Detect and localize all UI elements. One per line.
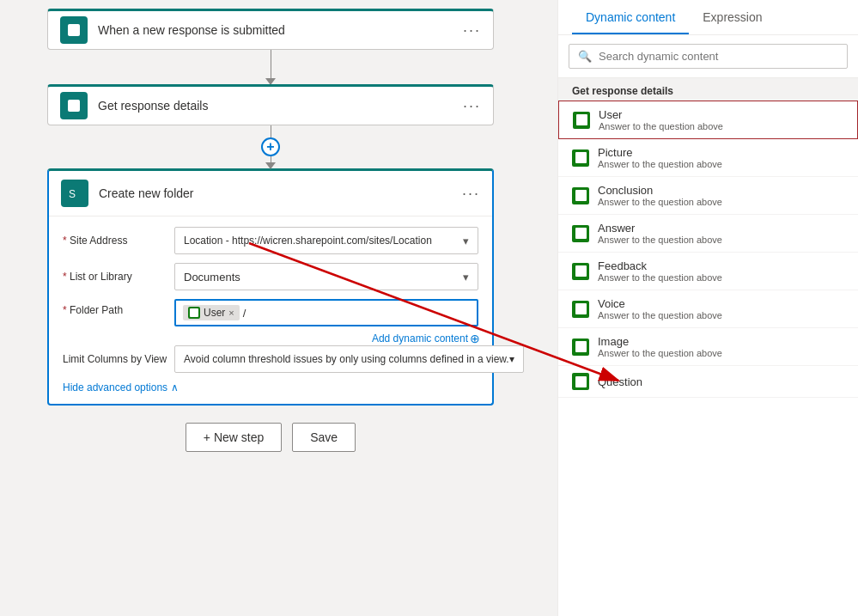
dynamic-item-conclusion-name: Conclusion	[598, 184, 722, 197]
dynamic-item-answer-desc: Answer to the question above	[598, 235, 722, 245]
dynamic-panel-tabs: Dynamic content Expression	[558, 0, 858, 35]
dynamic-item-answer-name: Answer	[598, 222, 722, 235]
tag-chip-icon	[188, 307, 200, 319]
search-icon: 🔍	[578, 50, 592, 63]
dynamic-item-question-icon	[572, 373, 589, 390]
tab-dynamic-content[interactable]: Dynamic content	[572, 0, 689, 34]
trigger-card-title: When a new response is submitted	[98, 23, 463, 37]
dynamic-item-image-text: Image Answer to the question above	[598, 335, 722, 358]
dynamic-item-image-desc: Answer to the question above	[598, 348, 722, 358]
dynamic-item-picture-name: Picture	[598, 146, 722, 159]
dynamic-item-voice-text: Voice Answer to the question above	[598, 297, 722, 320]
tab-expression[interactable]: Expression	[689, 0, 776, 34]
create-folder-icon: S	[61, 180, 88, 207]
response-card-more[interactable]: ···	[463, 97, 481, 115]
main-canvas: When a new response is submitted ··· Get…	[0, 0, 858, 616]
trigger-card-more[interactable]: ···	[463, 21, 481, 40]
list-library-value: Documents	[184, 271, 240, 284]
response-card: Get response details ···	[47, 84, 494, 125]
dynamic-item-picture-icon	[572, 149, 589, 167]
folder-path-input[interactable]: User × /	[174, 299, 478, 326]
dynamic-item-conclusion-icon	[572, 187, 589, 204]
trigger-card: When a new response is submitted ···	[47, 9, 494, 50]
dynamic-item-answer-text: Answer Answer to the question above	[598, 222, 722, 245]
dynamic-item-user-icon	[573, 112, 590, 129]
list-library-chevron-icon: ▾	[463, 271, 469, 284]
site-address-row: Site Address Location - https://wicren.s…	[63, 227, 478, 254]
create-folder-body: Site Address Location - https://wicren.s…	[49, 217, 492, 404]
add-step-button[interactable]: +	[261, 137, 280, 156]
search-box: 🔍	[569, 44, 848, 69]
dynamic-item-image-icon	[572, 338, 589, 356]
dynamic-item-picture[interactable]: Picture Answer to the question above	[558, 139, 858, 177]
hide-advanced-link[interactable]: Hide advanced options ∧	[63, 381, 478, 393]
create-folder-more[interactable]: ···	[462, 185, 480, 203]
new-step-button[interactable]: + New step	[186, 423, 282, 452]
dynamic-item-conclusion[interactable]: Conclusion Answer to the question above	[558, 177, 858, 215]
svg-rect-5	[575, 152, 587, 163]
svg-rect-0	[68, 24, 80, 36]
arrow-with-plus: +	[271, 125, 271, 168]
dynamic-search-area: 🔍	[558, 35, 858, 78]
add-dynamic-link[interactable]: Add dynamic content ⊕	[372, 332, 480, 345]
dynamic-content-panel: Dynamic content Expression 🔍 Get respons…	[557, 0, 858, 616]
dynamic-item-image-name: Image	[598, 335, 722, 348]
limit-columns-row: Limit Columns by View Avoid column thres…	[63, 345, 478, 373]
list-library-dropdown[interactable]: Documents ▾	[174, 263, 478, 290]
dynamic-item-feedback-text: Feedback Answer to the question above	[598, 259, 722, 283]
dynamic-item-image[interactable]: Image Answer to the question above	[558, 328, 858, 366]
hide-advanced-label: Hide advanced options	[63, 381, 167, 393]
dynamic-item-conclusion-desc: Answer to the question above	[598, 197, 722, 207]
dynamic-item-feedback[interactable]: Feedback Answer to the question above	[558, 253, 858, 290]
svg-rect-6	[575, 190, 587, 201]
dynamic-item-question-text: Question	[598, 375, 642, 388]
svg-rect-11	[575, 376, 587, 387]
create-folder-title: Create new folder	[99, 186, 462, 200]
limit-columns-value: Avoid column threshold issues by only us…	[184, 353, 509, 365]
dynamic-item-voice[interactable]: Voice Answer to the question above	[558, 290, 858, 328]
dynamic-item-picture-desc: Answer to the question above	[598, 159, 722, 169]
folder-path-container: User × / Add dynamic content ⊕	[174, 299, 478, 326]
svg-rect-9	[575, 303, 587, 314]
dynamic-item-picture-text: Picture Answer to the question above	[598, 146, 722, 169]
dynamic-item-question[interactable]: Question	[558, 366, 858, 398]
search-input[interactable]	[599, 50, 838, 63]
arrow-connector-1	[271, 50, 271, 84]
dynamic-item-voice-icon	[572, 301, 589, 318]
add-dynamic-plus-icon: ⊕	[470, 332, 480, 345]
save-button[interactable]: Save	[292, 423, 356, 452]
list-library-label: List or Library	[63, 271, 174, 283]
site-address-dropdown[interactable]: Location - https://wicren.sharepoint.com…	[174, 227, 478, 254]
create-folder-header: S Create new folder ···	[49, 171, 492, 217]
svg-rect-1	[68, 100, 80, 112]
response-card-title: Get response details	[98, 99, 463, 113]
dynamic-item-user[interactable]: User Answer to the question above	[558, 101, 858, 139]
dynamic-item-question-name: Question	[598, 375, 642, 388]
add-dynamic-label: Add dynamic content	[372, 332, 468, 345]
svg-rect-3	[190, 308, 198, 317]
limit-columns-dropdown[interactable]: Avoid column threshold issues by only us…	[174, 345, 524, 373]
dynamic-item-user-name: User	[599, 108, 723, 121]
dynamic-item-answer[interactable]: Answer Answer to the question above	[558, 215, 858, 253]
folder-path-cursor-text: /	[243, 307, 246, 320]
hide-advanced-chevron-icon: ∧	[171, 381, 179, 393]
dynamic-items-list: Get response details User Answer to the …	[558, 78, 858, 616]
list-library-row: List or Library Documents ▾	[63, 263, 478, 290]
site-address-value: Location - https://wicren.sharepoint.com…	[184, 235, 432, 247]
flow-area: When a new response is submitted ··· Get…	[0, 0, 541, 616]
tag-chip-remove[interactable]: ×	[228, 308, 234, 318]
svg-rect-7	[575, 228, 587, 239]
folder-path-label: Folder Path	[63, 299, 174, 316]
limit-columns-label: Limit Columns by View	[63, 353, 174, 365]
svg-rect-8	[575, 265, 587, 277]
trigger-card-icon	[60, 16, 88, 44]
dynamic-item-conclusion-text: Conclusion Answer to the question above	[598, 184, 722, 207]
dynamic-item-feedback-icon	[572, 263, 589, 280]
dynamic-item-feedback-desc: Answer to the question above	[598, 272, 722, 283]
dynamic-item-feedback-name: Feedback	[598, 259, 722, 272]
dynamic-item-voice-name: Voice	[598, 297, 722, 310]
svg-rect-10	[575, 341, 587, 352]
site-address-chevron-icon: ▾	[463, 235, 469, 247]
response-card-icon	[60, 92, 88, 119]
dynamic-item-user-desc: Answer to the question above	[599, 121, 723, 131]
